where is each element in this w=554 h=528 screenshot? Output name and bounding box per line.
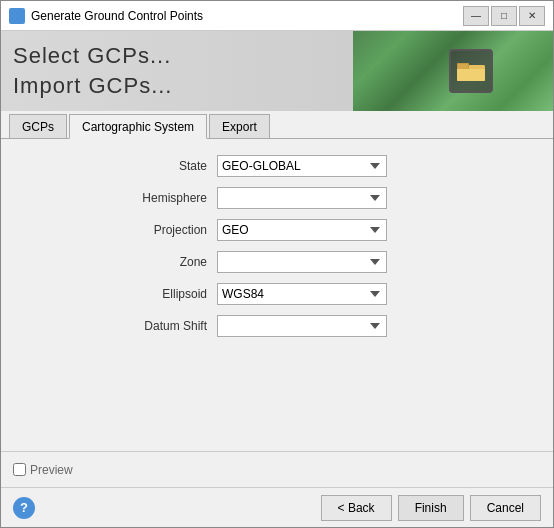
- datum-shift-select[interactable]: [217, 315, 387, 337]
- window-title: Generate Ground Control Points: [31, 9, 463, 23]
- hemisphere-select[interactable]: North South: [217, 187, 387, 209]
- svg-rect-4: [458, 64, 468, 69]
- maximize-button[interactable]: □: [491, 6, 517, 26]
- title-bar: Generate Ground Control Points — □ ✕: [1, 1, 553, 31]
- header-panel: Select GCPs... Import GCPs...: [1, 31, 553, 111]
- zone-select[interactable]: [217, 251, 387, 273]
- help-button[interactable]: ?: [13, 497, 35, 519]
- state-label: State: [117, 159, 207, 173]
- footer-bar: ? < Back Finish Cancel: [1, 487, 553, 527]
- window-controls: — □ ✕: [463, 6, 545, 26]
- folder-button[interactable]: [449, 49, 493, 93]
- ellipsoid-label: Ellipsoid: [117, 287, 207, 301]
- minimize-button[interactable]: —: [463, 6, 489, 26]
- select-gcps-link[interactable]: Select GCPs...: [13, 43, 172, 69]
- tab-gcps[interactable]: GCPs: [9, 114, 67, 138]
- close-button[interactable]: ✕: [519, 6, 545, 26]
- import-gcps-link[interactable]: Import GCPs...: [13, 73, 172, 99]
- tabs-bar: GCPs Cartographic System Export: [1, 111, 553, 139]
- content-area: State GEO-GLOBAL UTM STATE PLANE Hemisph…: [1, 139, 553, 451]
- cancel-button[interactable]: Cancel: [470, 495, 541, 521]
- hemisphere-label: Hemisphere: [117, 191, 207, 205]
- ellipsoid-select[interactable]: WGS84 GRS80 CLARKE 1866: [217, 283, 387, 305]
- footer-buttons: < Back Finish Cancel: [321, 495, 541, 521]
- preview-checkbox[interactable]: [13, 463, 26, 476]
- zone-label: Zone: [117, 255, 207, 269]
- back-button[interactable]: < Back: [321, 495, 392, 521]
- app-icon: [9, 8, 25, 24]
- header-links: Select GCPs... Import GCPs...: [13, 43, 172, 99]
- preview-label[interactable]: Preview: [30, 463, 73, 477]
- tab-export[interactable]: Export: [209, 114, 270, 138]
- svg-rect-2: [457, 69, 485, 81]
- projection-label: Projection: [117, 223, 207, 237]
- state-select[interactable]: GEO-GLOBAL UTM STATE PLANE: [217, 155, 387, 177]
- finish-button[interactable]: Finish: [398, 495, 464, 521]
- main-window: Generate Ground Control Points — □ ✕ Sel…: [0, 0, 554, 528]
- tab-cartographic-system[interactable]: Cartographic System: [69, 114, 207, 139]
- form-grid: State GEO-GLOBAL UTM STATE PLANE Hemisph…: [117, 155, 437, 337]
- preview-checkbox-group: Preview: [13, 463, 73, 477]
- datum-shift-label: Datum Shift: [117, 319, 207, 333]
- projection-select[interactable]: GEO UTM LAMBERT: [217, 219, 387, 241]
- preview-bar: Preview: [1, 451, 553, 487]
